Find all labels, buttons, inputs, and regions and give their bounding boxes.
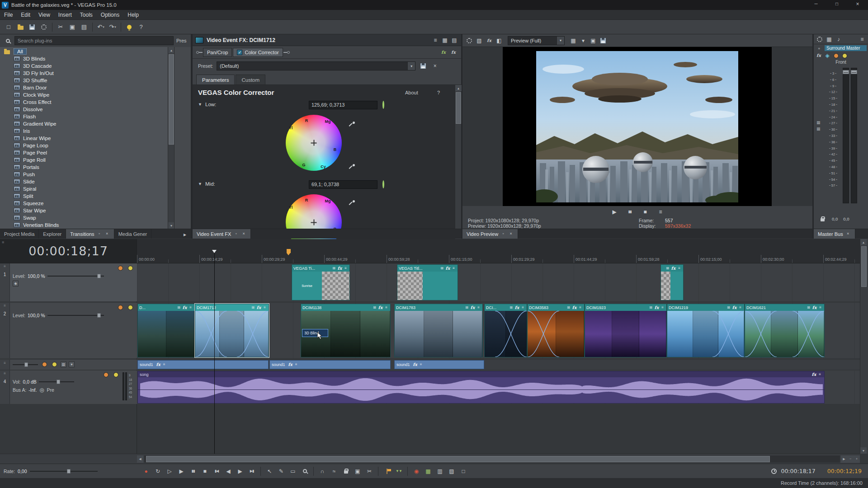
save-snapshot-icon[interactable] — [599, 37, 607, 45]
plugin-chain-icon[interactable]: fx — [449, 48, 458, 56]
menu-insert[interactable]: Insert — [54, 10, 76, 20]
close-tab-icon[interactable]: × — [845, 231, 851, 237]
preview-quality-dropdown[interactable]: Preview (Full) ▾ — [508, 36, 565, 45]
mixer-window-icon[interactable]: ▥ — [434, 466, 445, 477]
preview-menu-icon[interactable]: ≡ — [656, 208, 665, 216]
event-fx-icon[interactable]: fx — [288, 362, 293, 367]
surround-grid-icon[interactable]: ▦ — [816, 120, 821, 125]
event-fx-icon[interactable]: fx — [572, 305, 577, 310]
meter-options-button[interactable]: ▥ — [61, 361, 66, 367]
event-menu-icon[interactable]: ≡ — [188, 305, 193, 310]
project-properties-icon[interactable] — [38, 21, 50, 33]
transition-item[interactable]: FXSplit — [0, 192, 191, 200]
video-event[interactable]: DCIM1621⊞fx≡ — [745, 304, 825, 357]
detail-view-icon[interactable]: ▤ — [450, 36, 458, 44]
pre-fader-icon[interactable]: ◎ — [39, 386, 44, 394]
ignore-event-grouping-icon[interactable]: ▣ — [352, 466, 363, 477]
caret-down-icon[interactable]: ▾ — [69, 361, 75, 367]
stop-icon[interactable]: ■ — [641, 208, 649, 216]
tab-project-media[interactable]: Project Media — [0, 229, 39, 239]
scroll-right-icon[interactable]: ▶ — [841, 455, 847, 463]
lock-envelopes-icon[interactable] — [340, 466, 351, 477]
event-pan-crop-icon[interactable]: ⊞ — [566, 305, 571, 310]
solo-button[interactable] — [126, 304, 134, 312]
track-4-row[interactable]: songfx≡ — [137, 371, 860, 404]
fx-tab-custom[interactable]: Custom — [236, 75, 265, 84]
loop-region-icon[interactable]: ▦ — [423, 466, 434, 477]
transition-item[interactable]: FXBarn Door — [0, 84, 191, 91]
scroll-down-icon[interactable]: ▼ — [860, 447, 867, 454]
event-menu-icon[interactable]: ≡ — [578, 305, 583, 310]
eyedropper-icon[interactable] — [348, 120, 356, 128]
event-pan-crop-icon[interactable]: ⊞ — [250, 305, 255, 310]
mute-button[interactable] — [40, 361, 48, 369]
paste-icon[interactable]: ▤ — [78, 21, 90, 33]
event-pan-crop-icon[interactable]: ⊞ — [331, 266, 336, 271]
tab-scroll-right-icon[interactable]: ▸ — [181, 230, 189, 239]
previous-frame-icon[interactable]: ◀ — [223, 466, 234, 477]
menu-file[interactable]: File — [0, 10, 17, 20]
go-to-end-icon[interactable]: ▶▮ — [246, 466, 257, 477]
track-grip[interactable]: ≡1 — [0, 263, 10, 301]
transition-item[interactable]: FXIris — [0, 127, 191, 135]
project-properties-icon[interactable] — [816, 35, 824, 43]
play-icon[interactable]: ▶ — [176, 466, 187, 477]
play-from-start-icon[interactable]: ▷ — [164, 466, 175, 477]
plugin-chain-color-corrector[interactable]: ✓Color Corrector — [233, 48, 283, 57]
about-link[interactable]: About — [405, 90, 418, 95]
insert-region-icon[interactable]: ▼▼ — [393, 466, 404, 477]
external-monitor-icon[interactable]: □ — [458, 466, 469, 477]
zoom-out-icon[interactable]: − — [847, 455, 854, 463]
close-tab-icon[interactable]: × — [104, 231, 110, 237]
pick-color-icon[interactable] — [382, 102, 384, 108]
event-pan-crop-icon[interactable]: ⊞ — [806, 305, 811, 310]
save-project-icon[interactable] — [26, 21, 38, 33]
event-fx-icon[interactable]: fx — [812, 305, 817, 310]
timeline-body[interactable]: VEGAS Ti...⊞fx≡SunriseVEGAS Titl...⊞fx≡⊞… — [137, 263, 860, 454]
interactive-tutorials-icon[interactable] — [123, 21, 135, 33]
transition-item[interactable]: FXClock Wipe — [0, 91, 191, 99]
event-fx-icon[interactable]: fx — [671, 266, 676, 271]
redo-icon[interactable]: ↷▾ — [107, 21, 118, 33]
mute-button[interactable] — [116, 264, 124, 272]
pre-label[interactable]: Pre — [47, 387, 54, 393]
transition-item[interactable]: FXVenetian Blinds — [0, 221, 191, 229]
video-event[interactable]: DCIM3583⊞fx≡ — [527, 304, 585, 357]
title-event[interactable]: ⊞fx≡ — [660, 264, 684, 300]
split-screen-view-icon[interactable]: ◧ — [495, 37, 503, 45]
go-to-start-icon[interactable]: ▮◀ — [211, 466, 222, 477]
list-view-icon[interactable]: ≡ — [431, 36, 439, 44]
tab-explorer[interactable]: Explorer — [39, 229, 66, 239]
scrollbar-thumb[interactable] — [456, 92, 461, 124]
transition-item[interactable]: FXStar Wipe — [0, 207, 191, 214]
transition-item[interactable]: FXPage Roll — [0, 156, 191, 164]
delete-preset-icon[interactable]: × — [431, 62, 439, 70]
solo-button[interactable] — [126, 264, 134, 272]
bus-fx-icon[interactable]: fx — [816, 53, 821, 58]
event-menu-icon[interactable]: ≡ — [384, 305, 389, 310]
timeline-cursor[interactable] — [214, 253, 215, 454]
insert-marker-icon[interactable] — [382, 466, 392, 477]
scroll-left-icon[interactable]: ◀ — [137, 455, 143, 463]
automation-icon[interactable]: ◈ — [825, 53, 830, 58]
auto-ripple-icon[interactable]: ≈ — [329, 466, 340, 477]
undo-icon[interactable]: ↶▾ — [95, 21, 107, 33]
copy-snapshot-icon[interactable]: ▣ — [589, 37, 597, 45]
transition-item[interactable]: FX3D Fly In/Out — [0, 70, 191, 77]
lock-icon[interactable] — [818, 215, 826, 223]
event-pan-crop-icon[interactable]: ⊞ — [648, 305, 653, 310]
tab-transitions[interactable]: Transitions▫× — [66, 229, 114, 239]
event-menu-icon[interactable]: ≡ — [162, 362, 167, 367]
mute-button[interactable] — [116, 304, 124, 312]
video-event[interactable]: DCIM1783⊞fx≡ — [394, 304, 483, 357]
event-fx-icon[interactable]: fx — [470, 305, 475, 310]
mid-value-field[interactable]: 69,1; 0,3738 — [309, 180, 377, 189]
video-event[interactable]: DCI...⊞fx≡ — [484, 304, 527, 357]
fader-handle[interactable] — [851, 70, 857, 74]
tab-video-event-fx[interactable]: Video Event FX▫× — [193, 229, 251, 239]
transition-item[interactable]: FXSlide — [0, 178, 191, 185]
caret-down-icon[interactable]: ▾ — [579, 37, 587, 45]
event-menu-icon[interactable]: ≡ — [419, 362, 424, 367]
event-fx-icon[interactable]: fx — [156, 362, 161, 367]
event-pan-crop-icon[interactable]: ⊞ — [665, 266, 670, 271]
